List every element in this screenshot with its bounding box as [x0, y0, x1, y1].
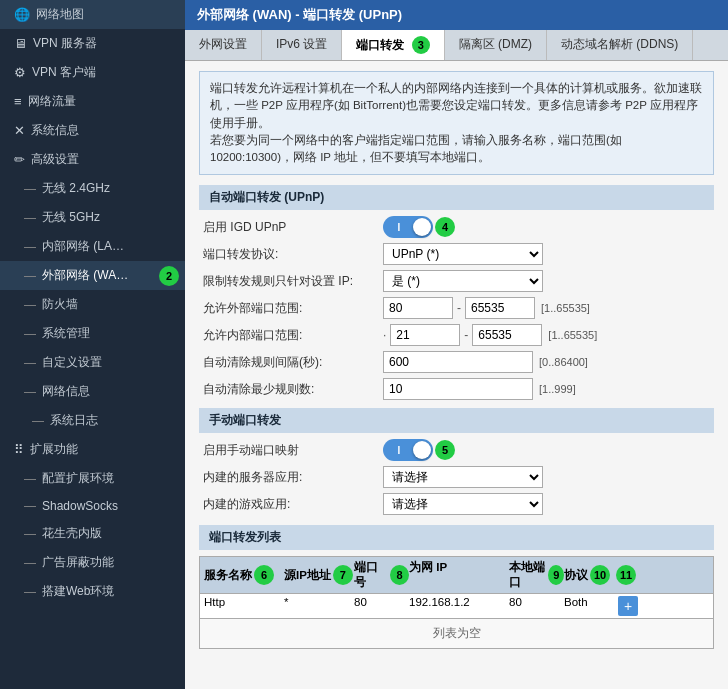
clean-min-hint: [1..999]: [539, 383, 576, 395]
page-title: 外部网络 (WAN) - 端口转发 (UPnP): [185, 0, 728, 30]
sidebar-item-vpn-client[interactable]: ⚙ VPN 客户端: [0, 58, 185, 87]
badge-7: 7: [333, 565, 353, 585]
ext-port-hint: [1..65535]: [541, 302, 590, 314]
sidebar-item-syslog[interactable]: — 系统日志: [0, 406, 185, 435]
form-row-enable-upnp: 启用 IGD UPnP I 4: [199, 216, 714, 238]
form-row-protocol: 端口转发协议: UPnP (*): [199, 243, 714, 265]
control-builtin-server: 请选择: [383, 466, 710, 488]
badge-11: 11: [616, 565, 636, 585]
control-protocol: UPnP (*): [383, 243, 710, 265]
sidebar-item-shadowsocks[interactable]: — ShadowSocks: [0, 493, 185, 519]
label-clean-interval: 自动清除规则间隔(秒):: [203, 354, 383, 371]
sidebar-item-network-map[interactable]: 🌐 网络地图: [0, 0, 185, 29]
ext-port-min-input[interactable]: [383, 297, 453, 319]
cell-service: Http: [204, 596, 284, 616]
sidebar-item-custom[interactable]: — 自定义设置: [0, 348, 185, 377]
clean-interval-input[interactable]: [383, 351, 533, 373]
toggle-manual[interactable]: I: [383, 439, 433, 461]
toggle-upnp[interactable]: I: [383, 216, 433, 238]
badge-8: 8: [390, 565, 409, 585]
form-row-limit-ip: 限制转发规则只针对设置 IP: 是 (*): [199, 270, 714, 292]
control-int-port: · - [1..65535]: [383, 324, 710, 346]
vpn-client-icon: ⚙: [14, 65, 26, 80]
sidebar-section-main: 🌐 网络地图 🖥 VPN 服务器 ⚙ VPN 客户端 ≡ 网络流量 ✕ 系统信息…: [0, 0, 185, 606]
sidebar-item-advanced[interactable]: ✏ 高级设置: [0, 145, 185, 174]
select-builtin-server[interactable]: 请选择: [383, 466, 543, 488]
sidebar-item-wifi5[interactable]: — 无线 5GHz: [0, 203, 185, 232]
sidebar-item-web-env[interactable]: — 搭建Web环境: [0, 577, 185, 606]
sidebar-item-sysinfo[interactable]: ✕ 系统信息: [0, 116, 185, 145]
tab-bar: 外网设置 IPv6 设置 端口转发 3 隔离区 (DMZ) 动态域名解析 (DD…: [185, 30, 728, 61]
ext-port-max-input[interactable]: [465, 297, 535, 319]
badge-10: 10: [590, 565, 610, 585]
sidebar-item-sysmgmt[interactable]: — 系统管理: [0, 319, 185, 348]
sidebar-item-lan[interactable]: — 内部网络 (LA…: [0, 232, 185, 261]
select-builtin-game[interactable]: 请选择: [383, 493, 543, 515]
auto-section-title: 自动端口转发 (UPnP): [199, 185, 714, 210]
tab-dmz[interactable]: 隔离区 (DMZ): [445, 30, 547, 60]
sidebar-item-adblock[interactable]: — 广告屏蔽功能: [0, 548, 185, 577]
table-empty: 列表为空: [199, 618, 714, 649]
sidebar-item-vpn-server[interactable]: 🖥 VPN 服务器: [0, 29, 185, 58]
add-row-button[interactable]: +: [618, 596, 638, 616]
sidebar-item-wifi24[interactable]: — 无线 2.4GHz: [0, 174, 185, 203]
control-enable-upnp: I 4: [383, 216, 710, 238]
control-enable-manual: I 5: [383, 439, 710, 461]
int-port-max-input[interactable]: [472, 324, 542, 346]
badge-9: 9: [548, 565, 564, 585]
toggle-upnp-thumb: [413, 218, 431, 236]
col-port-header: 端口号 8: [354, 560, 409, 590]
tab-port-forward[interactable]: 端口转发 3: [342, 30, 444, 60]
badge-4: 4: [435, 217, 455, 237]
control-ext-port: - [1..65535]: [383, 297, 710, 319]
sysinfo-icon: ✕: [14, 123, 25, 138]
sidebar-item-netinfo[interactable]: — 网络信息: [0, 377, 185, 406]
label-protocol: 端口转发协议:: [203, 246, 383, 263]
form-row-builtin-server: 内建的服务器应用: 请选择: [199, 466, 714, 488]
label-enable-manual: 启用手动端口映射: [203, 442, 383, 459]
vpn-server-icon: 🖥: [14, 36, 27, 51]
form-row-clean-min: 自动清除最少规则数: [1..999]: [199, 378, 714, 400]
tab-port-forward-badge: 3: [412, 36, 430, 54]
sidebar-item-huasheng[interactable]: — 花生壳内版: [0, 519, 185, 548]
sidebar-item-expand-env[interactable]: — 配置扩展环境: [0, 464, 185, 493]
toggle-manual-slider: I: [383, 439, 433, 461]
toggle-manual-thumb: [413, 441, 431, 459]
sidebar-item-firewall[interactable]: — 防火墙: [0, 290, 185, 319]
tab-wan-settings[interactable]: 外网设置: [185, 30, 262, 60]
tab-ipv6[interactable]: IPv6 设置: [262, 30, 342, 60]
select-protocol[interactable]: UPnP (*): [383, 243, 543, 265]
wan-badge: 2: [159, 266, 179, 286]
sidebar: 🌐 网络地图 🖥 VPN 服务器 ⚙ VPN 客户端 ≡ 网络流量 ✕ 系统信息…: [0, 0, 185, 689]
info-box: 端口转发允许远程计算机在一个私人的内部网络内连接到一个具体的计算机或服务。欲加速…: [199, 71, 714, 175]
int-port-min-input[interactable]: [390, 324, 460, 346]
select-limit-ip[interactable]: 是 (*): [383, 270, 543, 292]
table-title: 端口转发列表: [199, 525, 714, 550]
form-row-ext-port: 允许外部端口范围: - [1..65535]: [199, 297, 714, 319]
network-map-icon: 🌐: [14, 7, 30, 22]
label-enable-upnp: 启用 IGD UPnP: [203, 219, 383, 236]
sidebar-item-expand[interactable]: ⠿ 扩展功能: [0, 435, 185, 464]
label-clean-min: 自动清除最少规则数:: [203, 381, 383, 398]
sidebar-item-traffic[interactable]: ≡ 网络流量: [0, 87, 185, 116]
cell-dst-ip: 192.168.1.2: [409, 596, 509, 616]
clean-min-input[interactable]: [383, 378, 533, 400]
cell-port: 80: [354, 596, 409, 616]
control-clean-interval: [0..86400]: [383, 351, 710, 373]
control-builtin-game: 请选择: [383, 493, 710, 515]
col-action-header: 11: [614, 560, 636, 590]
form-row-builtin-game: 内建的游戏应用: 请选择: [199, 493, 714, 515]
tab-ddns[interactable]: 动态域名解析 (DDNS): [547, 30, 693, 60]
label-ext-port: 允许外部端口范围:: [203, 300, 383, 317]
traffic-icon: ≡: [14, 94, 22, 109]
col-dst-ip-header: 为网 IP: [409, 560, 509, 590]
main-panel: 外部网络 (WAN) - 端口转发 (UPnP) 外网设置 IPv6 设置 端口…: [185, 0, 728, 689]
col-protocol-header: 协议 10: [564, 560, 614, 590]
sidebar-item-wan[interactable]: — 外部网络 (WA… 2: [0, 261, 185, 290]
col-local-port-header: 本地端口 9: [509, 560, 564, 590]
cell-local-port: 80: [509, 596, 564, 616]
advanced-icon: ✏: [14, 152, 25, 167]
label-builtin-game: 内建的游戏应用:: [203, 496, 383, 513]
content-area: 端口转发允许远程计算机在一个私人的内部网络内连接到一个具体的计算机或服务。欲加速…: [185, 61, 728, 689]
badge-6: 6: [254, 565, 274, 585]
